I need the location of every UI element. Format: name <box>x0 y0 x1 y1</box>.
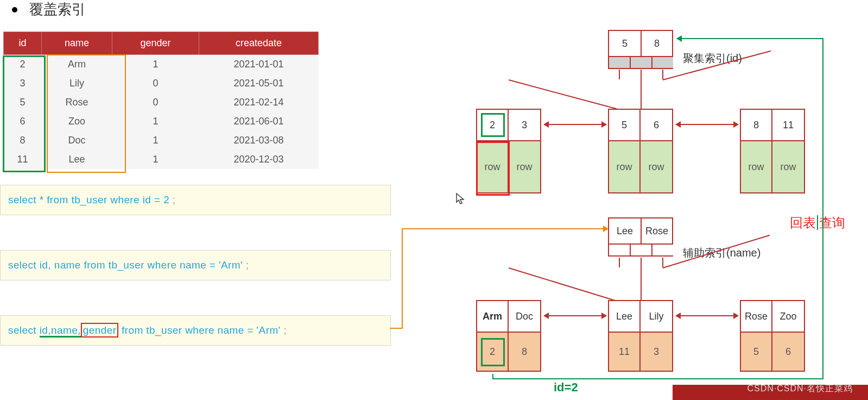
tree-line <box>619 70 620 79</box>
underline-idname: id,name, <box>40 324 81 338</box>
tree-line <box>662 70 663 79</box>
back-query-label: 回表查询 <box>790 214 845 232</box>
cluster-leaf-1: 23 rowrow <box>476 109 541 193</box>
tree-line <box>641 79 642 110</box>
header-id: id <box>4 32 42 55</box>
secondary-leaf-2: LeeLily 113 <box>608 300 673 372</box>
cluster-root: 5 8 <box>608 30 673 69</box>
green-path <box>492 378 823 379</box>
sql-query-2: select id, name from tb_user where name … <box>0 250 391 280</box>
leaf-link <box>544 315 606 316</box>
box-gender: gender <box>81 323 119 338</box>
header-gender: gender <box>112 32 199 55</box>
cursor-icon <box>456 193 465 208</box>
watermark: CSDN·CSDN·名快正菜鸡 <box>747 383 853 395</box>
tree-line <box>509 267 616 301</box>
bullet-icon <box>12 7 17 12</box>
tree-line <box>641 267 642 300</box>
table-row: 2Arm12021-01-01 <box>4 55 319 74</box>
sample-table: id name gender createdate 2Arm12021-01-0… <box>3 32 319 169</box>
orange-arrow <box>402 228 403 329</box>
tree-line <box>662 258 663 267</box>
sql-query-1: select * from tb_user where id = 2 ; <box>0 185 391 215</box>
table-row: 5Rose02021-02-14 <box>4 93 319 112</box>
secondary-root: Lee Rose <box>608 217 673 257</box>
leaf-link <box>676 315 738 316</box>
leaf-link <box>676 124 738 125</box>
secondary-leaf-3: RoseZoo 56 <box>740 300 805 372</box>
clustered-index-label: 聚集索引(id) <box>683 51 742 66</box>
table-row: 3Lily02021-05-01 <box>4 74 319 93</box>
green-path <box>677 38 823 39</box>
table-row: 8Doc12021-03-08 <box>4 131 319 150</box>
sql-query-3: select id,name,gender from tb_user where… <box>0 315 391 346</box>
table-row: 11Lee12020-12-03 <box>4 150 319 169</box>
leaf-link <box>544 124 606 125</box>
green-path <box>822 38 823 379</box>
cluster-leaf-3: 811 rowrow <box>740 109 805 193</box>
header-name: name <box>42 32 112 55</box>
cluster-leaf-2: 56 rowrow <box>608 109 673 193</box>
tree-line <box>641 258 642 267</box>
table-header-row: id name gender createdate <box>4 32 319 55</box>
section-title: 覆盖索引 <box>12 0 86 19</box>
table-row: 6Zoo12021-06-01 <box>4 112 319 131</box>
title-text: 覆盖索引 <box>29 0 86 19</box>
tree-line <box>619 258 620 267</box>
id-equals-2-label: id=2 <box>554 380 578 395</box>
secondary-leaf-1: ArmDoc 28 <box>476 300 541 372</box>
tree-line <box>509 79 617 109</box>
orange-arrow <box>390 328 402 329</box>
tree-line <box>641 70 642 79</box>
orange-arrow <box>402 228 608 229</box>
header-date: createdate <box>199 32 319 55</box>
